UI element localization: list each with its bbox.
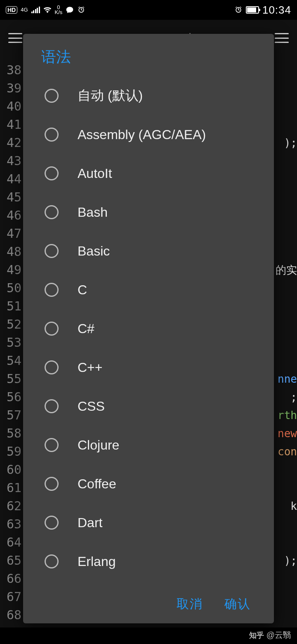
radio-icon[interactable] xyxy=(45,360,59,374)
line-number: 66 xyxy=(0,570,21,588)
dialog-title: 语法 xyxy=(23,34,274,75)
signal-icon xyxy=(31,7,40,13)
line-number: 42 xyxy=(0,134,21,152)
radio-icon[interactable] xyxy=(45,89,59,103)
radio-icon[interactable] xyxy=(45,554,59,568)
watermark-brand: 知乎 xyxy=(249,630,264,640)
line-number: 39 xyxy=(0,79,21,97)
line-number: 57 xyxy=(0,406,21,424)
syntax-option[interactable]: Erlang xyxy=(23,542,274,581)
watermark: 知乎 @云翳 xyxy=(249,630,291,641)
watermark-author: @云翳 xyxy=(266,630,291,641)
battery-icon xyxy=(246,6,259,14)
code-fragment: new xyxy=(278,424,297,443)
syntax-option-label: C++ xyxy=(78,360,102,375)
radio-icon[interactable] xyxy=(45,128,59,142)
radio-icon[interactable] xyxy=(45,399,59,413)
chat-icon xyxy=(66,6,74,14)
radio-icon[interactable] xyxy=(45,477,59,491)
syntax-option-list[interactable]: 自动 (默认)Assembly (AGC/AEA)AutoItBashBasic… xyxy=(23,75,274,588)
status-clock: 10:34 xyxy=(262,4,291,17)
radio-icon[interactable] xyxy=(45,205,59,219)
line-number: 47 xyxy=(0,225,21,243)
radio-icon[interactable] xyxy=(45,166,59,180)
dialog-actions: 取消 确认 xyxy=(23,588,274,623)
line-number: 40 xyxy=(0,97,21,116)
syntax-option-label: Dart xyxy=(78,515,102,530)
line-number: 65 xyxy=(0,552,21,570)
status-bar: HD 4G 0 K/s 10:34 xyxy=(0,0,297,20)
syntax-option[interactable]: C# xyxy=(23,309,274,348)
syntax-option-label: C# xyxy=(78,321,94,336)
syntax-option-label: 自动 (默认) xyxy=(78,87,143,105)
status-left: HD 4G 0 K/s xyxy=(6,5,85,15)
syntax-option[interactable]: C xyxy=(23,270,274,309)
line-gutter: 3839404142434445464748495051525354555657… xyxy=(0,61,25,627)
line-number: 48 xyxy=(0,243,21,261)
syntax-option-label: Clojure xyxy=(78,438,119,453)
syntax-option[interactable]: Clojure xyxy=(23,426,274,464)
syntax-option[interactable]: Dart xyxy=(23,503,274,542)
syntax-option-label: Bash xyxy=(78,205,108,220)
radio-icon[interactable] xyxy=(45,283,59,297)
code-fragment: con xyxy=(278,443,297,461)
line-number: 63 xyxy=(0,515,21,533)
cancel-button[interactable]: 取消 xyxy=(177,596,203,613)
syntax-option[interactable]: Coffee xyxy=(23,464,274,503)
overflow-icon[interactable] xyxy=(275,33,289,43)
radio-icon[interactable] xyxy=(45,244,59,258)
syntax-option-label: Assembly (AGC/AEA) xyxy=(78,127,206,142)
line-number: 64 xyxy=(0,533,21,552)
code-fragment: ); xyxy=(284,134,297,152)
syntax-option-label: Erlang xyxy=(78,554,116,569)
line-number: 60 xyxy=(0,461,21,479)
ok-button[interactable]: 确认 xyxy=(224,596,251,613)
line-number: 51 xyxy=(0,297,21,315)
syntax-option[interactable]: Assembly (AGC/AEA) xyxy=(23,115,274,154)
line-number: 61 xyxy=(0,479,21,497)
line-number: 56 xyxy=(0,388,21,406)
syntax-option[interactable]: Basic xyxy=(23,232,274,270)
menu-icon[interactable] xyxy=(8,33,22,43)
line-number: 38 xyxy=(0,61,21,79)
line-number: 55 xyxy=(0,370,21,388)
network-indicator: 4G xyxy=(21,7,28,12)
radio-icon[interactable] xyxy=(45,438,59,452)
syntax-option[interactable]: AutoIt xyxy=(23,154,274,193)
syntax-option[interactable]: CSS xyxy=(23,387,274,426)
line-number: 62 xyxy=(0,497,21,515)
radio-icon[interactable] xyxy=(45,322,59,336)
line-number: 41 xyxy=(0,116,21,134)
code-fragment: nne xyxy=(278,370,297,388)
hd-badge: HD xyxy=(6,6,17,14)
line-number: 54 xyxy=(0,352,21,370)
net-speed: 0 K/s xyxy=(55,5,63,15)
syntax-dialog: 语法 自动 (默认)Assembly (AGC/AEA)AutoItBashBa… xyxy=(23,34,274,623)
line-number: 49 xyxy=(0,261,21,279)
network-type: 4G xyxy=(21,7,28,12)
net-speed-unit: K/s xyxy=(55,10,63,15)
code-fragment: ; xyxy=(290,388,297,406)
line-number: 69 xyxy=(0,624,21,627)
syntax-option-label: Basic xyxy=(78,244,110,259)
syntax-option[interactable]: Bash xyxy=(23,193,274,232)
line-number: 59 xyxy=(0,443,21,461)
line-number: 67 xyxy=(0,588,21,606)
wifi-icon xyxy=(43,6,52,14)
line-number: 52 xyxy=(0,315,21,334)
syntax-option-label: AutoIt xyxy=(78,166,112,181)
syntax-option-label: C xyxy=(78,282,87,298)
line-number: 68 xyxy=(0,606,21,624)
syntax-option[interactable]: 自动 (默认) xyxy=(23,76,274,115)
status-right: 10:34 xyxy=(234,4,291,17)
line-number: 44 xyxy=(0,170,21,188)
syntax-option-label: Coffee xyxy=(78,476,116,492)
line-number: 58 xyxy=(0,424,21,443)
line-number: 50 xyxy=(0,279,21,297)
syntax-option[interactable]: C++ xyxy=(23,348,274,387)
code-fragment: ); xyxy=(284,552,297,570)
line-number: 45 xyxy=(0,188,21,206)
syntax-option-label: CSS xyxy=(78,399,105,414)
radio-icon[interactable] xyxy=(45,516,59,530)
line-number: 53 xyxy=(0,334,21,352)
